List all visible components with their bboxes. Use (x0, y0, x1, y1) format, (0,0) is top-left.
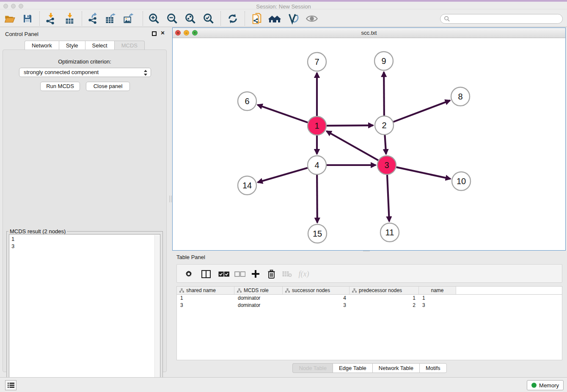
cell-predecessor-nodes[interactable]: 2 (350, 302, 419, 309)
import-network-icon[interactable] (44, 12, 57, 25)
memory-button[interactable]: Memory (527, 380, 564, 390)
edge-2-9[interactable] (384, 72, 384, 116)
column-header-shared-name[interactable]: shared name (177, 287, 234, 294)
cell-shared-name[interactable]: 3 (177, 302, 234, 309)
column-header-name[interactable]: name (419, 287, 456, 294)
mcds-result-text[interactable]: 1 3 (9, 234, 160, 388)
export-network-icon[interactable] (87, 12, 99, 25)
tab-style[interactable]: Style (59, 41, 85, 50)
cell-MCDS-role[interactable]: dominator (234, 302, 283, 309)
cell-name[interactable]: 1 (419, 295, 456, 302)
export-table-icon[interactable] (105, 12, 117, 25)
table-panel-title: Table Panel (176, 254, 205, 260)
column-header-successor-nodes[interactable]: successor nodes (283, 287, 350, 294)
zoom-in-icon[interactable] (148, 12, 160, 25)
cell-predecessor-nodes[interactable]: 1 (350, 295, 419, 302)
node-6[interactable]: 6 (238, 92, 256, 110)
delete-column-trash-icon[interactable] (266, 268, 277, 280)
node-15[interactable]: 15 (308, 224, 327, 243)
search-box[interactable] (440, 14, 563, 24)
close-panel-icon[interactable]: ✕ (160, 30, 165, 36)
tab-mcds[interactable]: MCDS (114, 41, 145, 50)
tab-select[interactable]: Select (85, 41, 114, 50)
control-panel-tabs: NetworkStyleSelectMCDS (0, 41, 169, 50)
tab-edge-table[interactable]: Edge Table (333, 363, 372, 373)
zoom-out-icon[interactable] (166, 12, 179, 25)
edge-3-11[interactable] (387, 175, 389, 221)
node-3[interactable]: 3 (377, 156, 396, 174)
table-panel: Table Panel ✕ f(x) (172, 252, 567, 377)
list-icon (8, 382, 14, 388)
node-1[interactable]: 1 (308, 116, 326, 135)
node-label-14: 14 (242, 181, 252, 190)
node-7[interactable]: 7 (308, 52, 326, 71)
apply-layout-icon[interactable] (226, 12, 239, 25)
column-header-MCDS-role[interactable]: MCDS role (234, 287, 283, 294)
graph-edges (258, 72, 451, 223)
mcds-result-lines: 1 3 (11, 236, 14, 249)
new-network-from-selection-icon[interactable] (250, 12, 263, 25)
node-label-3: 3 (384, 160, 389, 170)
edge-1-2[interactable] (327, 125, 373, 126)
title-bar: Session: New Session (0, 0, 567, 9)
node-8[interactable]: 8 (451, 87, 470, 106)
cell-name[interactable]: 3 (419, 302, 456, 309)
zoom-selected-icon[interactable] (202, 12, 215, 25)
edge-4-14[interactable] (258, 168, 308, 182)
first-neighbors-icon[interactable] (268, 12, 281, 25)
edge-2-8[interactable] (394, 100, 450, 122)
edge-4-15[interactable] (317, 175, 317, 223)
network-view-window: ✕ − + scc.txt 7968124314101511 (172, 28, 566, 251)
edge-1-6[interactable] (258, 105, 308, 123)
open-file-icon[interactable] (3, 12, 16, 25)
show-panes-icon[interactable] (201, 268, 212, 280)
app-window: Session: New Session (0, 0, 567, 392)
node-4[interactable]: 4 (308, 156, 326, 174)
vertical-splitter-handle[interactable] (169, 196, 172, 202)
edge-3-1[interactable] (327, 131, 378, 160)
zoom-fit-icon[interactable] (184, 12, 197, 25)
search-input[interactable] (450, 14, 562, 23)
table-tabs: Node TableEdge TableNetwork TableMotifs (172, 363, 567, 373)
export-image-icon[interactable] (122, 12, 135, 25)
node-label-9: 9 (381, 56, 386, 66)
node-14[interactable]: 14 (238, 176, 256, 195)
tab-node-table[interactable]: Node Table (292, 363, 333, 373)
node-label-11: 11 (385, 228, 394, 237)
table-settings-gear-icon[interactable] (184, 268, 194, 280)
add-column-icon[interactable] (250, 268, 261, 280)
column-header-predecessor-nodes[interactable]: predecessor nodes (350, 287, 419, 294)
table-row[interactable]: 3dominator323 (177, 302, 562, 309)
close-panel-button[interactable]: Close panel (86, 82, 130, 91)
toolbar-separator (39, 11, 40, 26)
vizmapper-icon[interactable] (287, 12, 300, 25)
cell-shared-name[interactable]: 1 (177, 295, 234, 302)
cell-MCDS-role[interactable]: dominator (234, 295, 283, 302)
status-bar: Memory (0, 377, 567, 392)
edge-3-10[interactable] (396, 167, 450, 179)
select-all-columns-icon[interactable] (217, 268, 230, 280)
network-graph[interactable]: 7968124314101511 (173, 38, 565, 250)
float-panel-icon[interactable] (152, 31, 157, 37)
network-window-titlebar[interactable]: ✕ − + scc.txt (173, 28, 565, 38)
node-2[interactable]: 2 (375, 116, 394, 135)
optimization-criterion-select[interactable]: strongly connected component (19, 68, 151, 77)
import-table-icon[interactable] (63, 12, 76, 25)
tab-network[interactable]: Network (25, 41, 59, 50)
node-9[interactable]: 9 (374, 52, 393, 70)
task-history-button[interactable] (5, 380, 17, 390)
result-scrollbar[interactable] (154, 235, 160, 387)
show-hide-eye-icon[interactable] (306, 12, 318, 25)
table-row[interactable]: 1dominator411 (177, 295, 562, 302)
edge-2-3[interactable] (385, 135, 386, 154)
delete-table-icon (281, 268, 293, 280)
node-11[interactable]: 11 (380, 223, 399, 242)
cell-successor-nodes[interactable]: 3 (283, 302, 350, 309)
deselect-all-columns-icon[interactable] (234, 268, 246, 280)
save-session-icon[interactable] (21, 12, 34, 25)
run-mcds-button[interactable]: Run MCDS (40, 82, 80, 91)
tab-network-table[interactable]: Network Table (372, 363, 419, 373)
cell-successor-nodes[interactable]: 4 (283, 295, 350, 302)
node-10[interactable]: 10 (452, 172, 471, 190)
tab-motifs[interactable]: Motifs (419, 363, 447, 373)
